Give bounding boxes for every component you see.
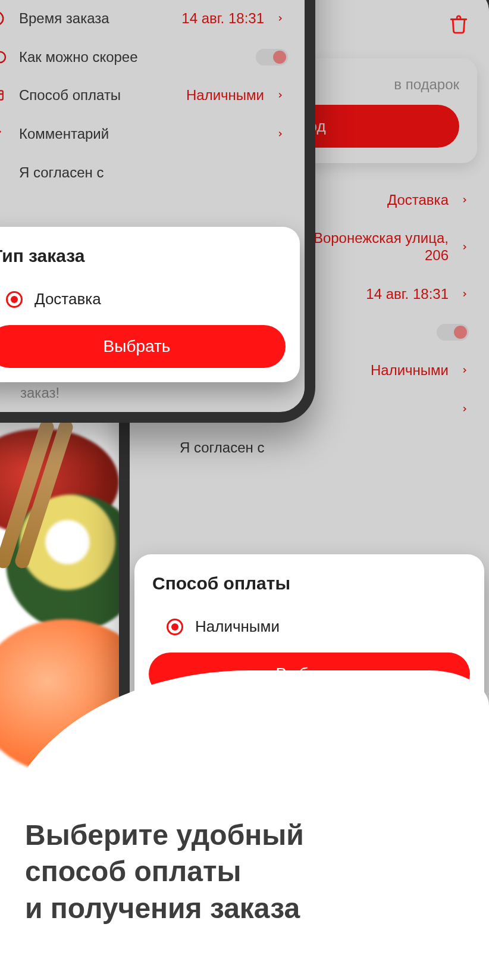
toggle-icon xyxy=(0,50,7,64)
order-text-tail: заказ! xyxy=(20,385,59,401)
edit-icon xyxy=(0,125,7,143)
svg-rect-6 xyxy=(0,90,3,99)
select-button[interactable]: Выбрать xyxy=(0,325,286,368)
payment-label: Способ оплаты xyxy=(19,87,174,104)
trash-icon[interactable] xyxy=(449,13,469,38)
svg-point-3 xyxy=(0,12,3,26)
card-icon xyxy=(0,88,7,103)
payment-option-label: Наличными xyxy=(195,617,280,636)
agree-label: Я согласен с xyxy=(180,439,472,456)
marketing-caption: Выберите удобный способ оплаты и получен… xyxy=(25,817,465,926)
order-type-option-label: Доставка xyxy=(35,290,101,308)
caption-line-1: Выберите удобный xyxy=(25,817,465,853)
payment-value: Наличными xyxy=(371,362,449,379)
phone-mockup-front: Время заказа 14 авг. 18:31 Как можно ско… xyxy=(0,0,315,423)
chevron-right-icon xyxy=(276,89,288,102)
radio-selected-icon xyxy=(6,291,23,308)
time-value: 14 авг. 18:31 xyxy=(366,286,449,302)
chevron-right-icon xyxy=(460,364,472,377)
order-type-sheet: Тип заказа Доставка Выбрать xyxy=(0,227,300,382)
radio-selected-icon xyxy=(167,619,183,635)
chevron-right-icon xyxy=(460,193,472,207)
row-asap[interactable]: Как можно скорее xyxy=(0,38,305,76)
payment-option-cash[interactable]: Наличными xyxy=(149,610,470,653)
payment-value: Наличными xyxy=(186,87,264,104)
address-value: Воронежская улица, 206 xyxy=(294,230,449,264)
time-value: 14 авг. 18:31 xyxy=(181,10,264,27)
sheet-title: Способ оплаты xyxy=(149,573,470,594)
chevron-right-icon xyxy=(276,12,288,25)
chevron-right-icon xyxy=(460,241,472,254)
chevron-right-icon xyxy=(460,288,472,301)
chevron-right-icon xyxy=(276,127,288,141)
row-comment[interactable]: Комментарий xyxy=(0,114,305,154)
row-time[interactable]: Время заказа 14 авг. 18:31 xyxy=(0,0,305,38)
sheet-title: Тип заказа xyxy=(0,246,286,266)
agree-label: Я согласен с xyxy=(19,164,288,181)
order-type-option-delivery[interactable]: Доставка xyxy=(0,283,286,325)
row-agree: Я согласен с xyxy=(0,154,305,192)
chevron-right-icon xyxy=(460,402,472,416)
clock-icon xyxy=(0,10,7,27)
caption-line-2: способ оплаты xyxy=(25,853,465,890)
row-payment[interactable]: Способ оплаты Наличными xyxy=(0,76,305,114)
select-button-label: Выбрать xyxy=(104,337,171,356)
asap-toggle[interactable] xyxy=(437,324,469,341)
comment-label: Комментарий xyxy=(19,126,264,142)
asap-toggle[interactable] xyxy=(256,49,288,65)
caption-line-3: и получения заказа xyxy=(25,890,465,926)
asap-label: Как можно скорее xyxy=(19,49,244,65)
svg-rect-4 xyxy=(0,52,5,63)
time-label: Время заказа xyxy=(19,10,170,27)
delivery-type-value: Доставка xyxy=(387,192,449,208)
row-agree: Я согласен с xyxy=(130,429,489,467)
